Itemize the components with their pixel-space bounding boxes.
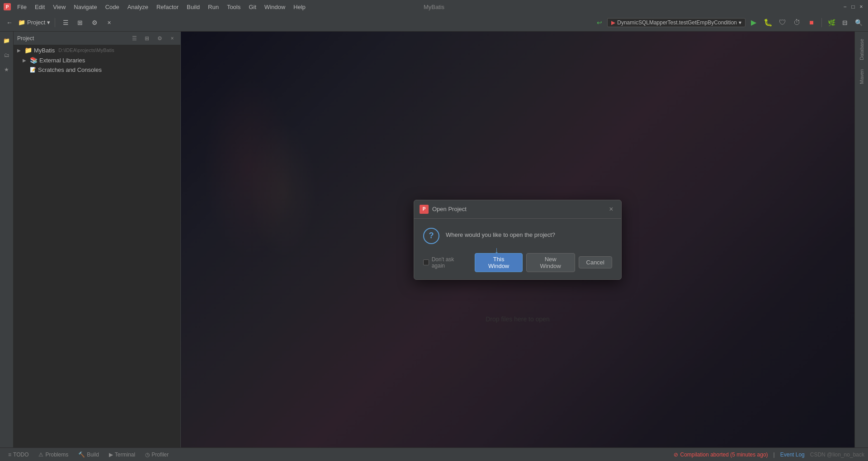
maven-tab[interactable]: Maven [857,66,866,88]
menu-git[interactable]: Git [245,2,260,12]
dialog-app-icon: P [420,205,429,214]
maximize-button[interactable]: □ [850,4,856,10]
menu-navigate[interactable]: Navigate [70,2,100,12]
run-button[interactable]: ▶ [747,16,760,29]
menu-analyze[interactable]: Analyze [124,2,152,12]
todo-tab[interactable]: ≡ TODO [4,451,33,459]
profiler-tab[interactable]: ◷ Profiler [141,451,173,459]
coverage-button[interactable]: 🛡 [776,16,789,29]
back-button[interactable]: ← [4,17,15,28]
dialog-close-button[interactable]: × [607,205,616,214]
dialog-body: ? Where would you like to open the proje… [414,219,621,279]
panel-gear-button[interactable]: ⚙ [155,34,164,43]
title-bar: P File Edit View Navigate Code Analyze R… [0,0,868,14]
stop-button[interactable]: ■ [805,16,818,29]
run-configuration[interactable]: ▶ DynamicSQLMapperTest.testGetEmpByCondi… [607,18,745,27]
minimize-button[interactable]: − [842,4,848,10]
project-path-label: D:\IDEA\projects\MyBatis [58,47,114,53]
menu-tools[interactable]: Tools [223,2,244,12]
tree-item-external-libs[interactable]: ▶ 📚 External Libraries [14,55,180,65]
main-layout: 📁 🗂 ★ Project ☰ ⊞ ⚙ × ▶ 📁 MyBatis D:\IDE… [0,32,868,447]
status-bar: ≡ TODO ⚠ Problems 🔨 Build ▶ Terminal ◷ P… [0,447,868,461]
compilation-status: ⊘ Compilation aborted (5 minutes ago) [674,452,768,458]
menu-edit[interactable]: Edit [31,2,48,12]
vcs-button[interactable]: ↩ [594,17,605,28]
close-panel-button[interactable]: × [103,17,115,28]
error-icon: ⊘ [674,452,678,458]
project-strip-icon[interactable]: 📁 [1,35,12,46]
status-right: ⊘ Compilation aborted (5 minutes ago) | … [674,452,864,458]
right-info: CSDN @lion_no_back [810,452,864,458]
modal-overlay: P Open Project × ? Where would you like … [181,32,854,447]
menu-build[interactable]: Build [183,2,203,12]
search-everywhere-button[interactable]: 🔍 [853,17,864,28]
compilation-text: Compilation aborted (5 minutes ago) [680,452,768,458]
collapse-all-button[interactable]: ☰ [60,17,71,28]
build-tab[interactable]: 🔨 Build [74,451,104,459]
event-log-link[interactable]: Event Log [780,452,805,458]
editor-area: Search Everywhere Double Shift Go to Fil… [181,32,854,447]
toolbar: ← 📁 Project ▾ ☰ ⊞ ⚙ × ↩ ▶ DynamicSQLMapp… [0,14,868,32]
menu-refactor[interactable]: Refactor [153,2,182,12]
arrow-indicator: ↓ [494,245,499,255]
todo-icon: ≡ [8,452,11,458]
status-info: | [774,452,775,458]
profile-button[interactable]: ⏱ [791,16,803,29]
menu-window[interactable]: Window [261,2,289,12]
question-icon: ? [423,228,439,244]
menu-file[interactable]: File [14,2,30,12]
toolbar-right: ↩ ▶ DynamicSQLMapperTest.testGetEmpByCon… [594,16,864,29]
problems-tab[interactable]: ⚠ Problems [34,451,73,459]
project-panel: Project ☰ ⊞ ⚙ × ▶ 📁 MyBatis D:\IDEA\proj… [14,32,181,447]
run-config-dropdown: ▾ [739,19,741,26]
build-icon: 🔨 [78,452,85,458]
panel-header: Project ☰ ⊞ ⚙ × [14,32,180,45]
project-selector[interactable]: 📁 Project ▾ [18,19,50,26]
todo-label: TODO [13,452,28,458]
terminal-tab[interactable]: ▶ Terminal [104,451,140,459]
expand-button[interactable]: ⊞ [74,17,86,28]
this-window-button[interactable]: This Window [475,253,522,272]
settings-button[interactable]: ⚙ [89,17,100,28]
menu-view[interactable]: View [49,2,69,12]
terminal-label: Terminal [115,452,135,458]
external-libraries-label: External Libraries [39,57,85,64]
cancel-button[interactable]: Cancel [579,256,612,268]
scratch-icon: 📝 [30,67,36,73]
debug-button[interactable]: 🐛 [762,16,774,29]
status-tabs: ≡ TODO ⚠ Problems 🔨 Build ▶ Terminal ◷ P… [4,451,173,459]
problems-icon: ⚠ [38,452,43,458]
folder-icon: 📁 [24,47,32,54]
window-controls: − □ × [842,4,864,10]
panel-collapse-button[interactable]: ☰ [130,34,139,43]
run-config-label: DynamicSQLMapperTest.testGetEmpByConditi… [617,19,737,26]
panel-settings-button[interactable]: ⊞ [142,34,151,43]
app-icon: P [4,3,11,10]
this-window-wrapper: ↓ This Window [475,253,522,272]
panel-close-button[interactable]: × [168,34,177,43]
menu-code[interactable]: Code [102,2,123,12]
scratches-label: Scratches and Consoles [38,66,102,73]
separator [55,18,55,27]
problems-label: Problems [45,452,68,458]
menu-run[interactable]: Run [204,2,222,12]
dialog-title-bar: P Open Project × [414,200,621,219]
dialog-question-area: ? Where would you like to open the proje… [423,228,612,244]
database-tab[interactable]: Database [857,35,866,64]
tree-item-mybatis[interactable]: ▶ 📁 MyBatis D:\IDEA\projects\MyBatis [14,45,180,55]
dont-ask-checkbox[interactable] [423,259,429,265]
structure-strip-icon[interactable]: 🗂 [1,50,12,61]
new-window-button[interactable]: New Window [526,253,575,272]
menu-help[interactable]: Help [290,2,309,12]
tree-item-scratches[interactable]: 📝 Scratches and Consoles [14,65,180,75]
favorites-strip-icon[interactable]: ★ [1,64,12,75]
close-button[interactable]: × [858,4,864,10]
tree-arrow: ▶ [17,48,23,53]
run-config-icon: ▶ [611,19,615,26]
layout-button[interactable]: ⊟ [839,17,851,28]
project-dropdown-icon: ▾ [47,19,50,26]
dont-ask-again-label[interactable]: Don't ask again [423,256,467,269]
library-icon: 📚 [30,56,38,64]
dont-ask-text: Don't ask again [432,256,468,269]
git-button[interactable]: 🌿 [826,17,837,28]
